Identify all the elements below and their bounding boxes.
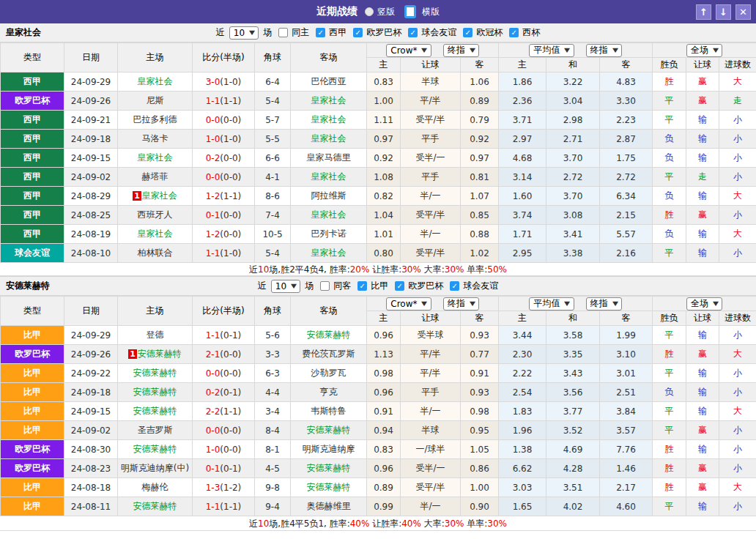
halftime-score: (1-0) xyxy=(220,134,241,144)
home-team-name: 登德 xyxy=(147,330,164,340)
radio-vertical[interactable]: 竖版 xyxy=(365,6,395,18)
away-team: 皇家社会 xyxy=(291,168,367,187)
radio-horizontal[interactable]: 横版 xyxy=(402,5,440,18)
europe-draw-odds: 3.41 xyxy=(546,225,600,244)
handicap-home-odds: 1.04 xyxy=(367,206,401,225)
same-venue-checkbox[interactable] xyxy=(320,281,330,291)
radio-vertical-icon[interactable] xyxy=(365,7,374,16)
league-label: 欧冠杯 xyxy=(475,26,503,39)
league-badge: 比甲 xyxy=(1,383,64,402)
winlose-result: 平 xyxy=(653,402,686,421)
handicap-line: 受平/半 xyxy=(401,206,461,225)
league-checkbox[interactable]: ✓ xyxy=(509,28,519,37)
europe-home-odds: 2.54 xyxy=(499,383,546,402)
bookmaker-select[interactable]: Crow*▼ xyxy=(386,44,431,57)
europe-odds-select[interactable]: 平均值▼ xyxy=(529,297,574,311)
match-score: 0-1(0-1) xyxy=(193,459,255,478)
away-team: 安德莱赫特 xyxy=(291,478,367,497)
near-label: 近 xyxy=(215,26,226,39)
away-team-name: 明斯克迪纳摩 xyxy=(303,444,355,454)
match-date: 24-09-02 xyxy=(64,168,118,187)
radio-horizontal-icon[interactable] xyxy=(404,5,416,18)
europe-away-odds: 7.76 xyxy=(600,440,653,459)
sub-header-away-win: 客 xyxy=(600,58,653,73)
away-team-name: 亨克 xyxy=(320,387,338,397)
halftime-score: (1-1) xyxy=(220,502,241,512)
handicap-away-odds: 1.06 xyxy=(461,73,499,92)
handicap-away-odds: 0.77 xyxy=(461,345,499,364)
same-venue-checkbox[interactable] xyxy=(278,28,288,37)
handicap-away-odds: 0.92 xyxy=(461,130,499,149)
summary-part: 单率: xyxy=(464,264,487,275)
match-date: 24-08-29 xyxy=(64,187,118,206)
same-venue-label: 同客 xyxy=(333,280,352,292)
away-team-name: 费伦茨瓦罗斯 xyxy=(303,349,355,359)
sub-header-home-win: 主 xyxy=(499,58,546,73)
handicap-line: 半/一 xyxy=(401,497,461,516)
europe-home-odds: 3.44 xyxy=(499,326,546,345)
table-row: 比甲24-09-15安德莱赫特2-2(1-1)3-4韦斯特鲁0.91半/一0.9… xyxy=(1,402,756,421)
league-badge: 欧罗巴杯 xyxy=(1,92,64,111)
europe-away-odds: 4.83 xyxy=(600,73,653,92)
league-checkbox[interactable]: ✓ xyxy=(357,281,367,291)
home-team: 安德莱赫特 xyxy=(118,364,193,383)
handicap-line: 平手 xyxy=(401,168,461,187)
europe-draw-odds: 3.70 xyxy=(546,149,600,168)
europe-odds-select[interactable]: 平均值▼ xyxy=(529,44,574,57)
europe-draw-odds: 4.02 xyxy=(546,497,600,516)
table-row: 欧罗巴杯24-09-26尼斯1-1(1-1)5-4皇家社会1.00平/半0.89… xyxy=(1,92,756,111)
europe-odds-type-select[interactable]: 终指▼ xyxy=(586,44,622,57)
fulltime-score: 0-0 xyxy=(206,368,220,379)
league-label: 欧罗巴杯 xyxy=(407,280,444,292)
summary-part: 10 xyxy=(258,264,269,275)
bookmaker-select[interactable]: Crow*▼ xyxy=(386,297,431,311)
period-select[interactable]: 全场▼ xyxy=(686,297,722,311)
winlose-result: 胜 xyxy=(653,206,686,225)
league-checkbox[interactable]: ✓ xyxy=(408,28,418,37)
fulltime-score: 1-0 xyxy=(206,445,220,455)
col-header-type: 类型 xyxy=(1,43,64,73)
goals-result: 小 xyxy=(719,111,756,130)
halftime-score: (0-0) xyxy=(220,115,241,125)
league-checkbox[interactable]: ✓ xyxy=(316,28,325,37)
match-score: 1-0(0-0) xyxy=(193,440,255,459)
away-team-name: 皇家社会 xyxy=(311,95,346,105)
summary-part: 40% xyxy=(350,518,370,529)
league-checkbox[interactable]: ✓ xyxy=(463,28,472,37)
europe-group-header: 平均值▼ 终指▼ xyxy=(499,297,653,311)
match-date: 24-09-18 xyxy=(64,383,118,402)
move-down-button[interactable]: ↓ xyxy=(716,4,731,20)
match-score: 0-1(0-0) xyxy=(193,206,255,225)
handicap-line: 平/半 xyxy=(401,364,461,383)
match-count-select[interactable]: 10▼ xyxy=(271,280,300,293)
league-checkbox[interactable]: ✓ xyxy=(450,281,459,291)
home-team-name: 安德莱赫特 xyxy=(133,444,177,454)
home-team: 皇家社会 xyxy=(118,225,193,244)
home-team-name: 明斯克迪纳摩(中) xyxy=(121,463,189,473)
move-up-button[interactable]: ↑ xyxy=(696,4,711,20)
handicap-home-odds: 0.98 xyxy=(367,364,401,383)
halftime-score: (1-0) xyxy=(220,77,241,87)
league-badge: 比甲 xyxy=(1,364,64,383)
corner-count: 7-4 xyxy=(255,206,291,225)
match-score: 1-0(1-0) xyxy=(193,130,255,149)
league-label: 欧罗巴杯 xyxy=(366,26,402,39)
handicap-odds-type-select[interactable]: 终指▼ xyxy=(443,44,479,57)
sub-header-away-odds: 客 xyxy=(461,311,499,326)
away-team: 巴伦西亚 xyxy=(291,73,367,92)
close-button[interactable]: ✕ xyxy=(735,4,751,20)
europe-odds-type-select[interactable]: 终指▼ xyxy=(586,297,622,311)
period-select[interactable]: 全场▼ xyxy=(686,44,722,57)
handicap-odds-type-select[interactable]: 终指▼ xyxy=(443,297,479,311)
league-checkbox[interactable]: ✓ xyxy=(395,281,404,291)
away-team: 阿拉维斯 xyxy=(291,187,367,206)
home-team: 皇家社会 xyxy=(118,73,193,92)
match-count-select[interactable]: 10▼ xyxy=(229,26,259,40)
winlose-result: 胜 xyxy=(653,73,686,92)
corner-count: 3-4 xyxy=(255,402,291,421)
fulltime-score: 3-0 xyxy=(206,77,220,87)
league-badge: 西甲 xyxy=(1,111,64,130)
league-checkbox[interactable]: ✓ xyxy=(353,28,363,37)
league-badge: 比甲 xyxy=(1,421,64,440)
halftime-score: (0-0) xyxy=(220,349,241,360)
